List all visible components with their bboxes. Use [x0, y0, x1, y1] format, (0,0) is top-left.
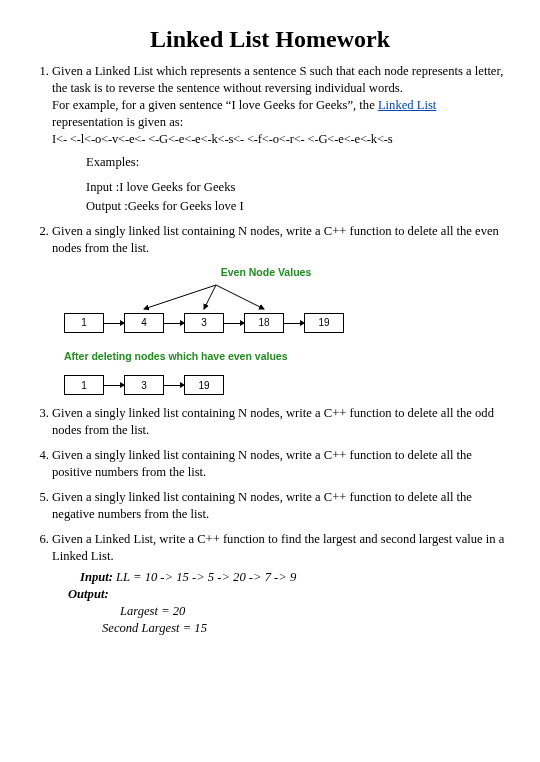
- input-label: Input:: [80, 570, 113, 584]
- linked-list-after: 1 3 19: [64, 373, 510, 397]
- arrow-icon: [164, 385, 184, 386]
- question-list: Given a Linked List which represents a s…: [30, 63, 510, 637]
- q6-largest: Largest = 20: [120, 603, 510, 620]
- arrow-icon: [104, 323, 124, 324]
- question-1: Given a Linked List which represents a s…: [52, 63, 510, 215]
- node: 18: [244, 313, 284, 333]
- even-arrows: [64, 283, 384, 313]
- svg-line-1: [204, 285, 216, 309]
- q1-output: Output :Geeks for Geeks love I: [86, 198, 510, 215]
- page-title: Linked List Homework: [30, 26, 510, 53]
- after-label: After deleting nodes which have even val…: [64, 349, 510, 363]
- q2-diagram-before: Even Node Values 1 4 3: [52, 265, 510, 397]
- q1-examples: Examples: Input :I love Geeks for Geeks …: [86, 154, 510, 215]
- q1-representation: I<- <-l<-o<-v<-e<- <-G<-e<-e<-k<-s<- <-f…: [52, 132, 393, 146]
- node: 3: [184, 313, 224, 333]
- diagram-title: Even Node Values: [22, 265, 510, 279]
- q1-text-2a: For example, for a given sentence “I lov…: [52, 98, 378, 112]
- q2-text: Given a singly linked list containing N …: [52, 224, 499, 255]
- node: 3: [124, 375, 164, 395]
- q1-text-2b: representation is given as:: [52, 115, 183, 129]
- q6-example: Input: LL = 10 -> 15 -> 5 -> 20 -> 7 -> …: [80, 569, 510, 637]
- node: 4: [124, 313, 164, 333]
- svg-line-2: [216, 285, 264, 309]
- question-5: Given a singly linked list containing N …: [52, 489, 510, 523]
- arrow-icon: [224, 323, 244, 324]
- question-6: Given a Linked List, write a C++ functio…: [52, 531, 510, 637]
- linked-list-link[interactable]: Linked List: [378, 98, 436, 112]
- q1-input: Input :I love Geeks for Geeks: [86, 179, 510, 196]
- q1-text-1: Given a Linked List which represents a s…: [52, 64, 503, 95]
- q6-second-largest: Second Largest = 15: [102, 620, 510, 637]
- q6-text: Given a Linked List, write a C++ functio…: [52, 532, 504, 563]
- node: 19: [184, 375, 224, 395]
- node: 1: [64, 313, 104, 333]
- linked-list-before: 1 4 3 18 19: [64, 283, 510, 335]
- q6-input-value: LL = 10 -> 15 -> 5 -> 20 -> 7 -> 9: [113, 570, 296, 584]
- output-label: Output:: [68, 587, 109, 601]
- arrow-icon: [164, 323, 184, 324]
- question-3: Given a singly linked list containing N …: [52, 405, 510, 439]
- question-4: Given a singly linked list containing N …: [52, 447, 510, 481]
- svg-line-0: [144, 285, 216, 309]
- node: 1: [64, 375, 104, 395]
- question-2: Given a singly linked list containing N …: [52, 223, 510, 397]
- arrow-icon: [284, 323, 304, 324]
- examples-label: Examples:: [86, 154, 510, 171]
- node: 19: [304, 313, 344, 333]
- arrow-icon: [104, 385, 124, 386]
